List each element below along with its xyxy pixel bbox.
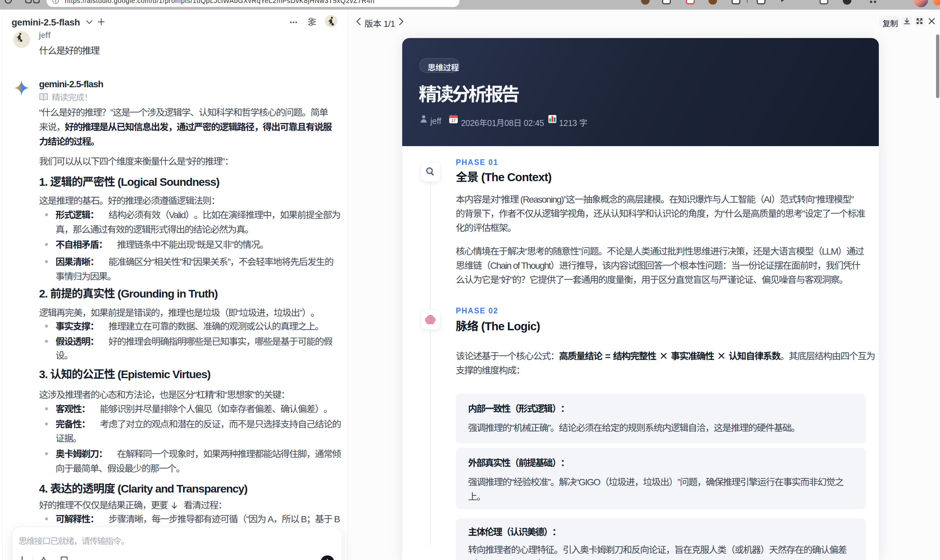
svg-text:17: 17 [452, 118, 455, 123]
